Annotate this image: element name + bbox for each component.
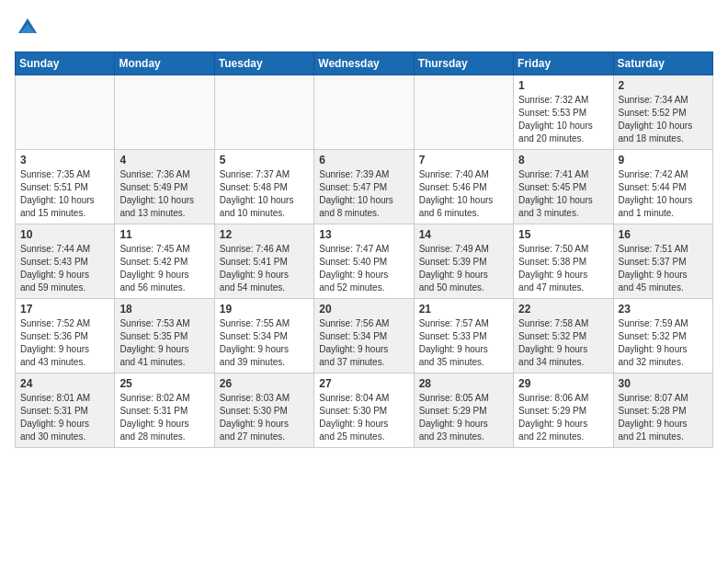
day-info: Sunrise: 7:53 AMSunset: 5:35 PMDaylight:…	[119, 317, 209, 369]
day-info: Sunrise: 7:37 AMSunset: 5:48 PMDaylight:…	[220, 168, 309, 220]
day-number: 7	[419, 154, 508, 167]
day-header-tuesday: Tuesday	[214, 52, 313, 75]
day-number: 15	[518, 228, 608, 241]
day-info: Sunrise: 7:32 AMSunset: 5:53 PMDaylight:…	[518, 94, 608, 145]
calendar-day-cell: 16Sunrise: 7:51 AMSunset: 5:37 PMDayligh…	[613, 224, 712, 299]
calendar-day-cell	[115, 75, 214, 150]
day-header-friday: Friday	[514, 52, 613, 75]
calendar-day-cell: 10Sunrise: 7:44 AMSunset: 5:43 PMDayligh…	[16, 224, 115, 299]
day-info: Sunrise: 7:50 AMSunset: 5:38 PMDaylight:…	[518, 243, 608, 294]
day-number: 13	[319, 228, 408, 241]
day-header-sunday: Sunday	[16, 52, 115, 75]
calendar-day-cell: 6Sunrise: 7:39 AMSunset: 5:47 PMDaylight…	[314, 150, 414, 224]
day-info: Sunrise: 8:06 AMSunset: 5:29 PMDaylight:…	[518, 392, 608, 443]
calendar-day-cell: 22Sunrise: 7:58 AMSunset: 5:32 PMDayligh…	[514, 299, 613, 373]
day-info: Sunrise: 7:56 AMSunset: 5:34 PMDaylight:…	[319, 317, 408, 369]
day-info: Sunrise: 7:55 AMSunset: 5:34 PMDaylight:…	[220, 317, 309, 369]
day-number: 21	[419, 303, 508, 316]
calendar-day-cell: 25Sunrise: 8:02 AMSunset: 5:31 PMDayligh…	[115, 373, 214, 448]
day-number: 1	[518, 79, 608, 92]
calendar-day-cell: 17Sunrise: 7:52 AMSunset: 5:36 PMDayligh…	[16, 299, 115, 373]
day-number: 8	[518, 154, 608, 167]
calendar-day-cell: 3Sunrise: 7:35 AMSunset: 5:51 PMDaylight…	[16, 150, 115, 224]
day-number: 26	[220, 377, 309, 390]
day-number: 16	[619, 228, 708, 241]
calendar-week-row: 24Sunrise: 8:01 AMSunset: 5:31 PMDayligh…	[16, 373, 713, 448]
calendar-day-cell: 18Sunrise: 7:53 AMSunset: 5:35 PMDayligh…	[115, 299, 214, 373]
calendar-day-cell: 26Sunrise: 8:03 AMSunset: 5:30 PMDayligh…	[214, 373, 313, 448]
calendar-table: SundayMondayTuesdayWednesdayThursdayFrid…	[15, 52, 713, 448]
calendar-day-cell: 27Sunrise: 8:04 AMSunset: 5:30 PMDayligh…	[314, 373, 414, 448]
day-number: 19	[220, 303, 309, 316]
calendar-day-cell: 30Sunrise: 8:07 AMSunset: 5:28 PMDayligh…	[613, 373, 712, 448]
calendar-day-cell: 23Sunrise: 7:59 AMSunset: 5:32 PMDayligh…	[613, 299, 712, 373]
day-info: Sunrise: 7:39 AMSunset: 5:47 PMDaylight:…	[319, 168, 408, 220]
calendar-day-cell: 7Sunrise: 7:40 AMSunset: 5:46 PMDaylight…	[414, 150, 513, 224]
day-number: 17	[20, 303, 109, 316]
calendar-day-cell: 11Sunrise: 7:45 AMSunset: 5:42 PMDayligh…	[115, 224, 214, 299]
day-number: 25	[119, 377, 209, 390]
calendar-header-row: SundayMondayTuesdayWednesdayThursdayFrid…	[16, 52, 713, 75]
calendar-day-cell	[16, 75, 115, 150]
day-number: 23	[619, 303, 708, 316]
calendar-day-cell: 21Sunrise: 7:57 AMSunset: 5:33 PMDayligh…	[414, 299, 513, 373]
day-info: Sunrise: 7:46 AMSunset: 5:41 PMDaylight:…	[220, 243, 309, 294]
calendar-day-cell	[314, 75, 414, 150]
day-header-monday: Monday	[115, 52, 214, 75]
day-info: Sunrise: 7:40 AMSunset: 5:46 PMDaylight:…	[419, 168, 508, 220]
day-number: 9	[619, 154, 708, 167]
day-number: 28	[419, 377, 508, 390]
calendar-day-cell: 12Sunrise: 7:46 AMSunset: 5:41 PMDayligh…	[214, 224, 313, 299]
day-info: Sunrise: 7:57 AMSunset: 5:33 PMDaylight:…	[419, 317, 508, 369]
day-info: Sunrise: 8:07 AMSunset: 5:28 PMDaylight:…	[619, 392, 708, 443]
day-number: 29	[518, 377, 608, 390]
day-number: 4	[119, 154, 209, 167]
logo	[15, 15, 44, 40]
day-info: Sunrise: 7:52 AMSunset: 5:36 PMDaylight:…	[20, 317, 109, 369]
day-header-wednesday: Wednesday	[314, 52, 414, 75]
calendar-day-cell: 19Sunrise: 7:55 AMSunset: 5:34 PMDayligh…	[214, 299, 313, 373]
day-info: Sunrise: 7:41 AMSunset: 5:45 PMDaylight:…	[518, 168, 608, 220]
calendar-week-row: 3Sunrise: 7:35 AMSunset: 5:51 PMDaylight…	[16, 150, 713, 224]
day-number: 20	[319, 303, 408, 316]
day-info: Sunrise: 7:36 AMSunset: 5:49 PMDaylight:…	[119, 168, 209, 220]
day-info: Sunrise: 7:47 AMSunset: 5:40 PMDaylight:…	[319, 243, 408, 294]
day-number: 14	[419, 228, 508, 241]
calendar-day-cell: 4Sunrise: 7:36 AMSunset: 5:49 PMDaylight…	[115, 150, 214, 224]
calendar-day-cell	[414, 75, 513, 150]
day-info: Sunrise: 7:44 AMSunset: 5:43 PMDaylight:…	[20, 243, 109, 294]
calendar-day-cell: 9Sunrise: 7:42 AMSunset: 5:44 PMDaylight…	[613, 150, 712, 224]
calendar-day-cell: 29Sunrise: 8:06 AMSunset: 5:29 PMDayligh…	[514, 373, 613, 448]
day-info: Sunrise: 7:34 AMSunset: 5:52 PMDaylight:…	[619, 94, 708, 145]
day-number: 3	[20, 154, 109, 167]
day-info: Sunrise: 7:35 AMSunset: 5:51 PMDaylight:…	[20, 168, 109, 220]
calendar-day-cell: 5Sunrise: 7:37 AMSunset: 5:48 PMDaylight…	[214, 150, 313, 224]
day-number: 2	[619, 79, 708, 92]
calendar-day-cell: 8Sunrise: 7:41 AMSunset: 5:45 PMDaylight…	[514, 150, 613, 224]
calendar-week-row: 1Sunrise: 7:32 AMSunset: 5:53 PMDaylight…	[16, 75, 713, 150]
day-info: Sunrise: 8:04 AMSunset: 5:30 PMDaylight:…	[319, 392, 408, 443]
day-number: 6	[319, 154, 408, 167]
day-number: 27	[319, 377, 408, 390]
day-number: 22	[518, 303, 608, 316]
calendar-day-cell: 15Sunrise: 7:50 AMSunset: 5:38 PMDayligh…	[514, 224, 613, 299]
calendar-day-cell: 28Sunrise: 8:05 AMSunset: 5:29 PMDayligh…	[414, 373, 513, 448]
day-number: 12	[220, 228, 309, 241]
day-info: Sunrise: 7:42 AMSunset: 5:44 PMDaylight:…	[619, 168, 708, 220]
day-info: Sunrise: 8:05 AMSunset: 5:29 PMDaylight:…	[419, 392, 508, 443]
day-header-thursday: Thursday	[414, 52, 513, 75]
calendar-day-cell: 2Sunrise: 7:34 AMSunset: 5:52 PMDaylight…	[613, 75, 712, 150]
page-header	[15, 15, 713, 40]
day-number: 11	[119, 228, 209, 241]
day-info: Sunrise: 8:03 AMSunset: 5:30 PMDaylight:…	[220, 392, 309, 443]
day-info: Sunrise: 7:51 AMSunset: 5:37 PMDaylight:…	[619, 243, 708, 294]
day-number: 5	[220, 154, 309, 167]
day-info: Sunrise: 7:45 AMSunset: 5:42 PMDaylight:…	[119, 243, 209, 294]
calendar-day-cell: 14Sunrise: 7:49 AMSunset: 5:39 PMDayligh…	[414, 224, 513, 299]
day-info: Sunrise: 7:49 AMSunset: 5:39 PMDaylight:…	[419, 243, 508, 294]
day-info: Sunrise: 7:58 AMSunset: 5:32 PMDaylight:…	[518, 317, 608, 369]
day-number: 30	[619, 377, 708, 390]
calendar-day-cell	[214, 75, 313, 150]
calendar-day-cell: 13Sunrise: 7:47 AMSunset: 5:40 PMDayligh…	[314, 224, 414, 299]
logo-icon	[15, 15, 40, 40]
